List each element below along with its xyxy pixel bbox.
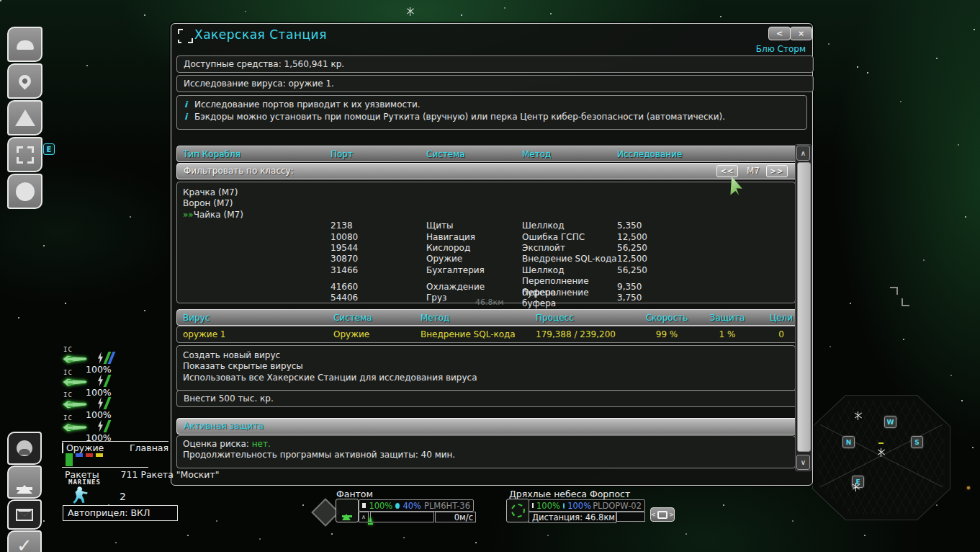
scroll-down-button[interactable]: ∨ [796, 455, 810, 470]
tab-main: Главная [130, 442, 168, 453]
gravidar-minimap: W N S E [812, 395, 950, 520]
game-screen: E ✓ IC 100% IC 100% IC [0, 0, 980, 552]
gate-west: W [884, 416, 896, 428]
hull-icon [395, 503, 400, 509]
sidebar-eject-button[interactable] [7, 466, 42, 499]
deposit-button[interactable]: Внести 500 тыс. кр. [176, 390, 802, 407]
energy-bolt-icon [96, 375, 104, 387]
back-icon: < [776, 30, 783, 37]
sidebar-navigation-button[interactable] [7, 63, 42, 99]
cell-research: 12,500 [617, 232, 789, 243]
monitor-toggle-button[interactable]: < > [650, 507, 675, 522]
speed-readout: 0м/с [435, 512, 476, 522]
cell-system: Кислород [426, 243, 522, 254]
chevrons-right-icon: >> [770, 164, 784, 179]
ship-blip [854, 411, 863, 420]
virus-row[interactable]: оружие 1 Оружие Внедрение SQL-кода 179,3… [176, 326, 807, 343]
weapon-ship-icon [62, 422, 88, 434]
ship-list-item-selected[interactable]: »»Чайка (М7) [177, 210, 795, 221]
sidebar-pilot-status-button[interactable] [7, 432, 42, 465]
player-ship-button[interactable] [336, 499, 359, 522]
target-bracket-icon [890, 287, 898, 295]
filter-next-button[interactable]: >> [766, 165, 788, 177]
port-row[interactable]: 30870 Оружие Внедрение SQL-кода 12,500 [177, 254, 795, 264]
cell-research: 9,350 [617, 282, 789, 293]
ship-list-item[interactable]: Крачка (М7) [177, 187, 795, 198]
sidebar-messages-button[interactable] [7, 499, 42, 530]
info-line: i Исследование портов приводит к их уязв… [177, 99, 806, 111]
scrollbar-thumb[interactable] [797, 162, 811, 452]
risk-label: Оценка риска: [183, 439, 252, 449]
sidebar-target-button[interactable] [7, 137, 42, 172]
active-defense-header[interactable]: Активная защита [176, 418, 802, 435]
funds-box: Доступные средства: 1,560,941 кр. [176, 55, 814, 73]
cell-method: Переполнение буфера [522, 288, 617, 310]
scrollbar[interactable]: ∧ ∨ [795, 144, 812, 471]
sidebar-ship-button[interactable] [7, 100, 42, 135]
active-defense-box: Оценка риска: нет. Продолжительность про… [176, 435, 796, 468]
weapons-tabs: Оружие Главная [62, 441, 168, 453]
filter-bar[interactable]: Фильтровать по классу: << М7 >> [176, 163, 802, 179]
ship-list-item[interactable]: Ворон (М7) [177, 198, 795, 209]
player-blip [878, 442, 884, 444]
helmet-icon [17, 440, 32, 456]
distance-overlay: 46.8км [475, 298, 503, 307]
laser-bar [104, 420, 112, 432]
virus-table-header: Вирус Система Метод Процесс Скорость Защ… [176, 309, 807, 326]
cell-port: 19544 [331, 243, 426, 254]
cell-method: Ошибка ГСПС [522, 232, 617, 243]
filter-value: М7 [745, 164, 762, 178]
speed-bar[interactable] [370, 512, 434, 522]
action-show-hidden-viruses[interactable]: Показать скрытые вирусы [177, 361, 795, 372]
ammo-bar-red [86, 453, 93, 457]
weapon-tag: IC [63, 369, 73, 376]
scroll-up-button[interactable]: ∧ [796, 146, 810, 161]
target-button[interactable] [506, 499, 529, 522]
ports-table-header: Тип Корабля Порт Система Метод Исследова… [176, 146, 807, 162]
chevron-left-icon: < [651, 512, 656, 518]
laser-bar [104, 375, 112, 387]
ammo-bar-yellow [96, 453, 103, 457]
weapon-ship-icon [62, 399, 88, 411]
port-row[interactable]: 31466 Бухгалтерия Шеллкод 56,250 [177, 265, 795, 276]
port-row[interactable]: 19544 Кислород Эксплойт 56,250 [177, 243, 795, 254]
info-icon: i [177, 99, 194, 111]
frame-brackets-icon [17, 146, 34, 164]
back-button[interactable]: < [768, 27, 791, 40]
chevron-up-icon: ∧ [361, 514, 366, 520]
port-row[interactable]: 2138 Щиты Шеллкод 5,350 [177, 221, 795, 231]
sidebar-pilot-button[interactable] [7, 27, 42, 62]
sidebar-confirm-button[interactable]: ✓ [7, 530, 42, 552]
col-virus: Вирус [183, 313, 333, 323]
target-status-bar: 100% 100% PLDOPW-02 [529, 499, 645, 512]
selection-marker: »» [183, 210, 194, 220]
target-shield-percent: 100% [536, 501, 560, 511]
col-process: Процесс [536, 313, 641, 323]
research-text: Исследование вируса: оружие 1. [184, 79, 334, 89]
action-create-virus[interactable]: Создать новый вирус [177, 350, 795, 361]
cell-port: 2138 [331, 221, 426, 231]
cell-port: 31466 [331, 265, 426, 276]
cell-system: Груз [426, 293, 522, 303]
weapon-ship-icon [62, 376, 88, 388]
info-line: i Бэкдоры можно установить при помощи Ру… [177, 111, 806, 123]
cell-system: Навигация [426, 232, 522, 243]
sidebar-mode-button[interactable] [7, 174, 42, 209]
port-row[interactable]: 10080 Навигация Ошибка ГСПС 12,500 [177, 232, 795, 243]
funds-text: Доступные средства: 1,560,941 кр. [184, 59, 344, 69]
col-port: Порт [331, 149, 426, 159]
port-row[interactable]: 41660 Охлаждение Переполнение буфера 9,3… [177, 276, 795, 287]
filter-prev-button[interactable]: << [716, 165, 738, 177]
weapon-entry: IC 100% [62, 344, 170, 368]
close-button[interactable]: × [790, 27, 812, 40]
info-icon: i [177, 111, 194, 123]
person-icon [17, 40, 34, 50]
cell-method: Шеллкод [522, 221, 617, 231]
hotkey-e-badge: E [43, 143, 55, 155]
ship-name: Крачка (М7) [183, 187, 238, 197]
ship-marker-icon [406, 7, 415, 16]
cell-research: 56,250 [617, 243, 789, 254]
cell-system: Оружие [426, 254, 522, 264]
action-use-all-stations[interactable]: Использовать все Хакерские Станции для и… [177, 373, 795, 383]
action-label: Создать новый вирус [183, 350, 280, 360]
